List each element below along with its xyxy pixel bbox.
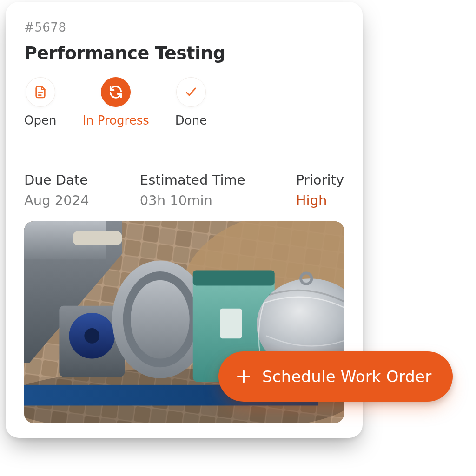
due-date: Due Date Aug 2024 — [24, 172, 89, 208]
work-order-id: #5678 — [24, 20, 344, 34]
priority: Priority High — [296, 172, 344, 208]
status-row: Open In Progress Done — [24, 77, 344, 127]
status-done-label: Done — [175, 113, 207, 127]
schedule-work-order-label: Schedule Work Order — [262, 367, 431, 386]
svg-point-17 — [131, 280, 190, 359]
svg-rect-19 — [193, 271, 275, 286]
svg-rect-20 — [220, 309, 242, 339]
status-open[interactable]: Open — [24, 77, 56, 127]
priority-value: High — [296, 192, 344, 208]
document-icon — [26, 77, 55, 107]
status-in-progress-label: In Progress — [82, 113, 149, 127]
due-date-value: Aug 2024 — [24, 192, 89, 208]
status-open-label: Open — [24, 113, 56, 127]
status-in-progress[interactable]: In Progress — [82, 77, 149, 127]
priority-label: Priority — [296, 172, 344, 188]
work-order-title: Performance Testing — [24, 43, 344, 63]
plus-icon — [235, 368, 252, 385]
estimated-time-label: Estimated Time — [140, 172, 245, 188]
status-done[interactable]: Done — [175, 77, 207, 127]
refresh-icon — [101, 77, 131, 107]
estimated-time-value: 03h 10min — [140, 192, 245, 208]
svg-point-14 — [84, 328, 99, 344]
estimated-time: Estimated Time 03h 10min — [140, 172, 245, 208]
schedule-work-order-button[interactable]: Schedule Work Order — [218, 351, 453, 402]
meta-row: Due Date Aug 2024 Estimated Time 03h 10m… — [24, 172, 344, 208]
check-icon — [176, 77, 206, 107]
due-date-label: Due Date — [24, 172, 89, 188]
svg-rect-11 — [73, 231, 122, 245]
